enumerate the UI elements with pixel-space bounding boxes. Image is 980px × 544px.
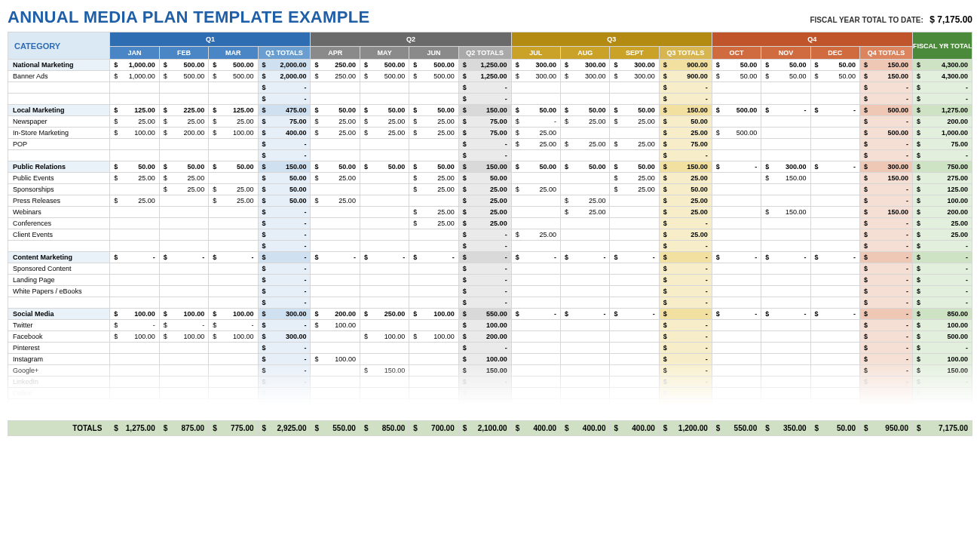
cell: $25.00 <box>110 173 159 184</box>
cell: $50.00 <box>311 105 360 116</box>
cell <box>610 275 659 286</box>
cell: $- <box>860 388 913 399</box>
row-label: Pinterest <box>8 343 110 354</box>
cell <box>110 150 159 161</box>
cell <box>810 331 859 343</box>
table-row: Public Events$25.00$25.00$50.00$25.00$25… <box>8 173 972 184</box>
cell <box>810 343 859 354</box>
cell: $- <box>258 399 311 410</box>
cell: $- <box>458 297 511 309</box>
cell <box>761 94 810 105</box>
row-label <box>8 94 110 105</box>
cell: $- <box>458 399 511 410</box>
cell <box>810 94 859 105</box>
cell: $- <box>912 82 972 94</box>
cell: $50.00 <box>110 161 159 173</box>
table-row: LinkedIn$-$-$-$-$- <box>8 376 972 388</box>
cell: $25.00 <box>561 116 610 128</box>
cell: $- <box>258 94 311 105</box>
cell <box>511 241 560 252</box>
cell <box>810 354 859 365</box>
cell: $- <box>860 331 913 343</box>
header-dec: DEC <box>810 47 859 60</box>
cell: $- <box>860 399 913 410</box>
cell: $- <box>860 94 913 105</box>
cell: $25.00 <box>311 128 360 139</box>
cell: $- <box>659 252 712 263</box>
cell: $500.00 <box>712 105 761 116</box>
cell <box>610 320 659 331</box>
cell: $875.00 <box>159 421 208 436</box>
cell: $50.00 <box>761 60 810 71</box>
cell: $100.00 <box>458 320 511 331</box>
cell <box>209 263 258 275</box>
cell: $4,300.00 <box>912 60 972 71</box>
cell: $- <box>860 365 913 376</box>
cell <box>610 354 659 365</box>
cell <box>810 275 859 286</box>
header-nov: NOV <box>761 47 810 60</box>
cell <box>561 354 610 365</box>
cell <box>810 241 859 252</box>
header-jul: JUL <box>511 47 560 60</box>
section-row: Local Marketing$125.00$225.00$125.00$475… <box>8 105 972 116</box>
cell <box>110 297 159 309</box>
cell: $- <box>912 241 972 252</box>
cell <box>761 139 810 150</box>
cell: $150.00 <box>860 60 913 71</box>
cell: $50.00 <box>610 161 659 173</box>
cell: $500.00 <box>409 71 458 82</box>
cell: $1,000.00 <box>110 71 159 82</box>
cell <box>409 365 458 376</box>
cell: $- <box>258 139 311 150</box>
cell: $75.00 <box>659 139 712 150</box>
header-aug: AUG <box>561 47 610 60</box>
cell <box>311 343 360 354</box>
cell: $- <box>912 388 972 399</box>
table-row: Webinars$-$25.00$25.00$25.00$25.00$150.0… <box>8 207 972 218</box>
cell <box>712 297 761 309</box>
cell <box>761 331 810 343</box>
cell: $475.00 <box>258 105 311 116</box>
cell: $150.00 <box>761 173 810 184</box>
row-label: Banner Ads <box>8 71 110 82</box>
cell <box>409 354 458 365</box>
cell <box>511 376 560 388</box>
cell: $150.00 <box>659 161 712 173</box>
cell <box>761 354 810 365</box>
row-label: Conferences <box>8 218 110 229</box>
cell: $25.00 <box>610 116 659 128</box>
cell: $100.00 <box>311 320 360 331</box>
cell: $- <box>860 263 913 275</box>
cell <box>311 331 360 343</box>
cell: $1,275.00 <box>912 105 972 116</box>
header-q2-totals: Q2 TOTALS <box>458 47 511 60</box>
cell: $300.00 <box>610 71 659 82</box>
cell <box>311 184 360 195</box>
cell <box>311 150 360 161</box>
cell: $25.00 <box>561 139 610 150</box>
cell: $350.00 <box>761 421 810 436</box>
cell: $50.00 <box>258 184 311 195</box>
cell <box>110 376 159 388</box>
cell <box>110 399 159 410</box>
cell: $100.00 <box>209 331 258 343</box>
cell <box>159 263 208 275</box>
cell <box>209 207 258 218</box>
cell: $- <box>860 286 913 297</box>
cell <box>311 241 360 252</box>
cell <box>810 150 859 161</box>
cell <box>159 94 208 105</box>
cell: $- <box>912 297 972 309</box>
cell: $- <box>659 241 712 252</box>
cell: $- <box>311 252 360 263</box>
cell <box>511 365 560 376</box>
cell: $25.00 <box>659 173 712 184</box>
cell <box>360 184 409 195</box>
cell: $- <box>258 82 311 94</box>
cell: $550.00 <box>311 421 360 436</box>
cell: $500.00 <box>409 60 458 71</box>
cell: $500.00 <box>360 60 409 71</box>
cell: $100.00 <box>110 331 159 343</box>
cell <box>610 388 659 399</box>
